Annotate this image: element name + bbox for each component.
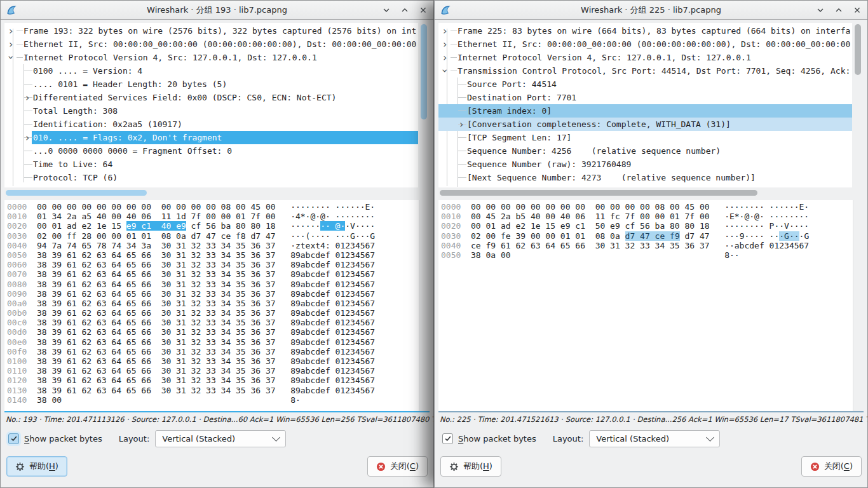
hex-row[interactable]: 0050 38 0a 00 8·· xyxy=(441,250,853,260)
tree-row[interactable]: ›010. .... = Flags: 0x2, Don't fragment xyxy=(4,131,418,144)
close-button[interactable]: 关闭(C) xyxy=(801,456,862,477)
tree-row[interactable]: ›Transmission Control Protocol, Src Port… xyxy=(438,64,852,78)
tree-row[interactable]: Identification: 0x2aa5 (10917) xyxy=(4,118,418,131)
tree-row[interactable]: ›Frame 193: 322 bytes on wire (2576 bits… xyxy=(4,24,418,37)
hex-row[interactable]: 00e0 38 39 61 62 63 64 65 66 30 31 32 33… xyxy=(7,337,419,347)
tree-row[interactable]: Total Length: 308 xyxy=(4,104,418,118)
ascii-text: ···9···· ·· xyxy=(724,231,779,241)
expand-icon[interactable]: › xyxy=(25,91,29,104)
tree-row[interactable]: ›[Conversation completeness: Complete, W… xyxy=(438,118,852,131)
tree-row[interactable]: .... 0101 = Header Length: 20 bytes (5) xyxy=(4,78,418,91)
collapse-icon[interactable]: › xyxy=(4,55,18,59)
hex-row[interactable]: 00a0 38 39 61 62 63 64 65 66 30 31 32 33… xyxy=(7,299,419,308)
hex-row[interactable]: 0040 94 7a 74 65 78 74 34 3a 30 31 32 33… xyxy=(7,241,419,250)
ascii-text: ·V···· xyxy=(345,221,375,231)
tree-row[interactable]: Destination Port: 7701 xyxy=(438,91,852,104)
scrollbar-thumb[interactable] xyxy=(6,190,147,196)
hex-row[interactable]: 0090 38 39 61 62 63 64 65 66 30 31 32 33… xyxy=(7,289,419,299)
collapse-icon[interactable]: › xyxy=(438,69,452,72)
hex-row[interactable]: 0130 38 39 61 62 63 64 65 66 30 31 32 33… xyxy=(7,386,419,395)
packet-bytes-pane[interactable]: 0000 00 00 00 00 00 00 00 00 00 00 00 00… xyxy=(438,200,853,411)
scrollbar-thumb[interactable] xyxy=(421,24,427,119)
show-packet-bytes-checkbox[interactable] xyxy=(442,433,453,444)
tree-row[interactable]: ›Ethernet II, Src: 00:00:00_00:00:00 (00… xyxy=(438,37,852,51)
maximize-icon[interactable] xyxy=(400,5,410,15)
tree-row[interactable]: ›Frame 225: 83 bytes on wire (664 bits),… xyxy=(438,24,852,37)
show-packet-bytes-checkbox[interactable] xyxy=(8,433,19,444)
hex-row[interactable]: 0020 00 01 ad e2 1e 15 e9 c1 40 e9 cf 56… xyxy=(7,221,419,231)
tree-horizontal-scrollbar[interactable] xyxy=(4,189,430,197)
hex-row[interactable]: 0040 ce f9 61 62 63 64 65 66 30 31 32 33… xyxy=(441,241,853,250)
tree-row[interactable]: Time to Live: 64 xyxy=(4,158,418,171)
close-button[interactable]: 关闭(C) xyxy=(367,456,428,477)
hex-row[interactable]: 0030 02 00 ff 28 00 00 01 01 08 0a d7 47… xyxy=(7,231,419,241)
tree-row[interactable]: Acknowledgment Number: 1 (relative ack n… xyxy=(438,184,852,187)
tree-row[interactable]: [TCP Segment Len: 17] xyxy=(438,131,852,144)
expand-icon[interactable]: › xyxy=(459,118,463,131)
hex-row[interactable]: 0120 38 39 61 62 63 64 65 66 30 31 32 33… xyxy=(7,376,419,385)
close-icon[interactable] xyxy=(418,5,428,15)
tree-row[interactable]: ...0 0000 0000 0000 = Fragment Offset: 0 xyxy=(4,144,418,158)
tree-row[interactable]: ›Internet Protocol Version 4, Src: 127.0… xyxy=(438,51,852,64)
titlebar[interactable]: Wireshark · 分组 225 · lib7.pcapng xyxy=(435,1,867,20)
hex-row[interactable]: 0010 01 34 2a a5 40 00 40 06 11 1d 7f 00… xyxy=(7,212,419,221)
tree-vertical-scrollbar[interactable] xyxy=(418,23,430,187)
expand-icon[interactable]: › xyxy=(9,24,13,37)
tree-guide-dash xyxy=(458,111,466,111)
expand-icon[interactable]: › xyxy=(443,37,447,51)
hex-row[interactable]: 0140 38 00 8· xyxy=(7,395,419,405)
packet-bytes-pane[interactable]: 0000 00 00 00 00 00 00 00 00 00 00 00 00… xyxy=(4,200,419,411)
hex-row[interactable]: 0010 00 45 2a b5 40 00 40 06 11 fc 7f 00… xyxy=(441,212,853,221)
hex-bytes: cf 56 ba 80 80 18 xyxy=(186,221,276,231)
tree-vertical-scrollbar[interactable] xyxy=(852,23,864,187)
maximize-icon[interactable] xyxy=(834,5,844,15)
tree-row[interactable]: ›Differentiated Services Field: 0x00 (DS… xyxy=(4,91,418,104)
tree-row[interactable]: Source Port: 44514 xyxy=(438,78,852,91)
expand-icon[interactable]: › xyxy=(9,37,13,51)
hex-row[interactable]: 00b0 38 39 61 62 63 64 65 66 30 31 32 33… xyxy=(7,308,419,318)
scrollbar-thumb[interactable] xyxy=(855,24,861,75)
tree-row[interactable]: 0100 .... = Version: 4 xyxy=(4,64,418,78)
expand-icon[interactable]: › xyxy=(443,24,447,37)
hex-row[interactable]: 0100 38 39 61 62 63 64 65 66 30 31 32 33… xyxy=(7,356,419,366)
shade-icon[interactable] xyxy=(381,5,391,15)
hex-scrollbar-gutter[interactable] xyxy=(419,200,430,411)
layout-select[interactable]: Vertical (Stacked) xyxy=(155,430,286,447)
tree-row[interactable]: ›Ethernet II, Src: 00:00:00_00:00:00 (00… xyxy=(4,37,418,51)
packet-detail-tree[interactable]: ›Frame 225: 83 bytes on wire (664 bits),… xyxy=(438,23,852,187)
hex-scrollbar-gutter[interactable] xyxy=(853,200,864,411)
hex-offset: 00f0 xyxy=(7,347,27,356)
hex-row[interactable]: 00f0 38 39 61 62 63 64 65 66 30 31 32 33… xyxy=(7,347,419,356)
close-icon[interactable] xyxy=(852,5,862,15)
tree-row[interactable]: ›Internet Protocol Version 4, Src: 127.0… xyxy=(4,51,418,64)
hex-row[interactable]: 00d0 38 39 61 62 63 64 65 66 30 31 32 33… xyxy=(7,327,419,337)
help-button[interactable]: 帮助(H) xyxy=(6,456,67,477)
titlebar[interactable]: Wireshark · 分组 193 · lib7.pcapng xyxy=(1,1,433,20)
expand-icon[interactable]: › xyxy=(443,51,447,64)
hex-row[interactable]: 0030 02 00 fe 39 00 00 01 01 08 0a d7 47… xyxy=(441,231,853,241)
shade-icon[interactable] xyxy=(815,5,825,15)
tree-row[interactable]: Sequence Number: 4256 (relative sequence… xyxy=(438,144,852,158)
tree-horizontal-scrollbar[interactable] xyxy=(438,189,864,197)
hex-row[interactable]: 0060 38 39 61 62 63 64 65 66 30 31 32 33… xyxy=(7,260,419,269)
scrollbar-thumb[interactable] xyxy=(440,190,757,196)
hex-offset: 0050 xyxy=(441,250,461,260)
tree-row[interactable]: Protocol: TCP (6) xyxy=(4,171,418,184)
hex-row[interactable]: 0080 38 39 61 62 63 64 65 66 30 31 32 33… xyxy=(7,280,419,289)
hex-row[interactable]: 0110 38 39 61 62 63 64 65 66 30 31 32 33… xyxy=(7,366,419,376)
packet-detail-tree[interactable]: ›Frame 193: 322 bytes on wire (2576 bits… xyxy=(4,23,418,187)
tree-row[interactable]: [Next Sequence Number: 4273 (relative se… xyxy=(438,171,852,184)
tree-row[interactable]: Sequence Number (raw): 3921760489 xyxy=(438,158,852,171)
hex-row[interactable]: 0000 00 00 00 00 00 00 00 00 00 00 00 00… xyxy=(441,202,853,212)
help-button[interactable]: 帮助(H) xyxy=(440,456,501,477)
hex-row[interactable]: 0000 00 00 00 00 00 00 00 00 00 00 00 00… xyxy=(7,202,419,212)
hex-row[interactable]: 0070 38 39 61 62 63 64 65 66 30 31 32 33… xyxy=(7,269,419,279)
hex-row[interactable]: 0020 00 01 ad e2 1e 15 e9 c1 50 e9 cf 56… xyxy=(441,221,853,231)
expand-icon[interactable]: › xyxy=(25,131,29,144)
hex-bytes: 38 39 61 62 63 64 65 66 30 31 32 33 34 3… xyxy=(37,318,276,327)
layout-select[interactable]: Vertical (Stacked) xyxy=(589,430,720,447)
hex-row[interactable]: 0050 38 39 61 62 63 64 65 66 30 31 32 33… xyxy=(7,250,419,260)
tree-row[interactable]: [Stream index: 0] xyxy=(438,104,852,118)
ascii-text: 89abcdef 01234567 xyxy=(290,366,375,376)
hex-row[interactable]: 00c0 38 39 61 62 63 64 65 66 30 31 32 33… xyxy=(7,318,419,327)
